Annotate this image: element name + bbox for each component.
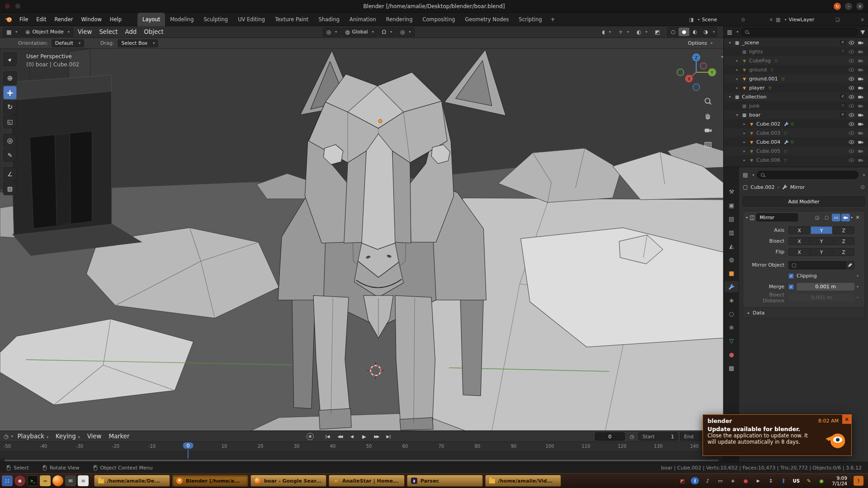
hide-in-viewport-icon[interactable] (849, 103, 854, 109)
viewport-canvas[interactable]: User Perspective (0) boar | Cube.002 Z Y… (0, 49, 723, 431)
tray-icon[interactable] (678, 477, 686, 485)
workspace-tab[interactable]: Rendering (381, 13, 418, 26)
timeline-menu[interactable]: Playback (14, 433, 52, 440)
properties-tab[interactable] (725, 240, 738, 252)
collection-checkbox[interactable] (840, 40, 845, 45)
properties-tab[interactable] (725, 362, 738, 374)
tool-button[interactable] (3, 52, 17, 66)
sidebar-toggle-icon[interactable]: ◂ (721, 54, 723, 59)
hide-in-viewport-icon[interactable] (849, 40, 854, 46)
expand-arrow-icon[interactable] (735, 86, 740, 90)
tray-icon[interactable] (716, 477, 724, 485)
bisect-x-button[interactable]: X (788, 237, 810, 245)
properties-tab[interactable] (725, 200, 738, 211)
object-visibility-dropdown[interactable]: ◖▾ (599, 28, 614, 37)
disable-in-render-icon[interactable] (858, 40, 863, 46)
hide-in-viewport-icon[interactable] (849, 67, 854, 73)
viewport-menu[interactable]: View (74, 28, 96, 35)
use-preview-range-icon[interactable]: ◷ (627, 432, 637, 441)
display-render-toggle[interactable] (841, 214, 850, 221)
taskbar-window-button[interactable]: Parsec (407, 475, 483, 487)
timeline-ruler[interactable] (0, 442, 723, 452)
outliner-row[interactable]: Collection (724, 92, 868, 101)
tray-icon[interactable] (729, 477, 737, 485)
disable-in-render-icon[interactable] (858, 67, 863, 73)
axis-z-button[interactable]: Z (833, 226, 854, 234)
outliner-search-input[interactable] (741, 28, 858, 36)
disable-in-render-icon[interactable] (858, 94, 863, 100)
clipping-checkbox[interactable]: ✓ (788, 273, 794, 279)
disable-in-render-icon[interactable] (858, 121, 863, 127)
outliner-editor-icon[interactable]: ▥ (727, 29, 732, 35)
timeline-editor-icon[interactable]: ◷ (4, 433, 8, 440)
scrollbar-thumb[interactable] (5, 460, 719, 461)
display-viewport-toggle[interactable]: ▭ (832, 214, 840, 221)
disable-in-render-icon[interactable] (858, 130, 863, 136)
outliner-row[interactable]: player (724, 83, 868, 92)
flip-x-button[interactable]: X (788, 248, 810, 256)
tool-button[interactable] (3, 71, 17, 85)
disable-in-render-icon[interactable] (858, 49, 863, 55)
expand-arrow-icon[interactable] (727, 95, 732, 99)
hide-in-viewport-icon[interactable] (849, 85, 854, 91)
shading-rendered-button[interactable]: ◑ (700, 28, 711, 36)
expand-arrow-icon[interactable] (742, 122, 747, 126)
update-notification[interactable]: blender 8:02 AM × Update available for b… (703, 414, 852, 456)
properties-tab[interactable] (725, 267, 738, 279)
blender-logo-icon[interactable] (4, 15, 14, 23)
menubar-menu[interactable]: Help (106, 14, 126, 24)
auto-keying-toggle[interactable] (307, 433, 314, 440)
outliner-row[interactable]: junk (724, 101, 868, 110)
collection-checkbox[interactable] (840, 113, 845, 117)
transform-pivot-dropdown[interactable]: ◎▾ (323, 28, 341, 37)
properties-search-input[interactable] (757, 171, 859, 179)
tool-button[interactable] (3, 134, 17, 147)
modifier-name-field[interactable]: Mirror (756, 213, 798, 221)
outliner-row[interactable]: Cube.002 (724, 119, 868, 128)
properties-tab[interactable] (725, 281, 738, 292)
add-workspace-button[interactable]: + (547, 16, 559, 23)
properties-editor-icon[interactable]: ▤ (743, 172, 748, 178)
update-badge-icon[interactable]: ↻ (834, 3, 841, 10)
scene-selector[interactable]: ◨▾ Scene ⊙ × (689, 14, 773, 24)
outliner-row[interactable]: ground (724, 65, 868, 74)
taskbar-clock[interactable]: 9:09 7/1/24 (832, 475, 847, 486)
menubar-menu[interactable]: File (15, 14, 32, 24)
menubar-menu[interactable]: Window (77, 14, 105, 24)
timeline-menu[interactable]: Keying (52, 433, 84, 440)
orientation-dropdown[interactable]: ◍ Global ▾ (341, 28, 377, 37)
tool-button[interactable] (3, 182, 17, 195)
orientation-setting-dropdown[interactable]: Default▾ (52, 39, 84, 47)
properties-tab[interactable] (725, 254, 738, 265)
view-layer-selector[interactable]: ▥▾ ViewLayer ❏ × (776, 14, 864, 24)
shading-solid-button[interactable]: ● (679, 28, 689, 36)
expand-arrow-icon[interactable] (742, 131, 747, 135)
timeline-menu[interactable]: Marker (105, 433, 133, 440)
flip-z-button[interactable]: Z (833, 248, 854, 256)
outliner-row[interactable]: Cube.004 (724, 137, 868, 146)
hide-in-viewport-icon[interactable] (849, 157, 854, 163)
taskbar-window-button[interactable]: AnalieStar | Home... (329, 475, 405, 487)
axis-x-button[interactable]: X (788, 226, 810, 234)
remove-modifier-icon[interactable]: × (854, 214, 862, 221)
breadcrumb-object[interactable]: Cube.002 (750, 184, 774, 190)
hide-in-viewport-icon[interactable] (849, 112, 854, 118)
notification-close-button[interactable]: × (842, 415, 851, 424)
tray-icon[interactable]: US (792, 477, 800, 485)
modifier-extras-icon[interactable]: ▾ (851, 216, 853, 220)
transport-button[interactable] (359, 432, 370, 441)
expand-arrow-icon[interactable] (735, 113, 740, 117)
minimize-button[interactable]: – (845, 3, 852, 10)
zoom-icon[interactable] (703, 96, 713, 107)
current-frame-field[interactable]: 0 (595, 432, 625, 441)
timeline-scrollbar[interactable] (0, 459, 723, 462)
hide-in-viewport-icon[interactable] (849, 139, 854, 145)
add-modifier-button[interactable]: Add Modifier (743, 197, 865, 206)
navigation-gizmo[interactable]: Z Y X (675, 52, 717, 93)
workspace-tab[interactable]: Scripting (514, 13, 547, 26)
disable-in-render-icon[interactable] (858, 148, 863, 154)
playhead[interactable]: 0 (183, 442, 193, 449)
proportional-edit-dropdown[interactable]: ◎▾ (396, 28, 415, 37)
editor-type-button[interactable]: ▦▾ (3, 28, 21, 37)
breadcrumb-modifier[interactable]: Mirror (790, 184, 805, 190)
